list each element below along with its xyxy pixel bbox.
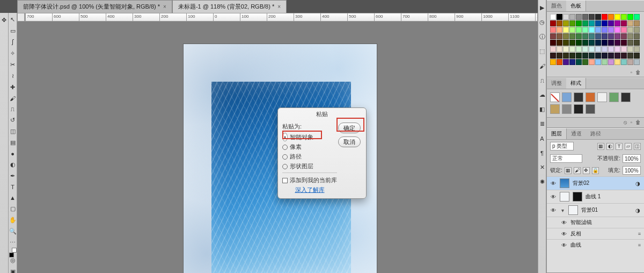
clone-src-icon[interactable]: ⎍ (539, 77, 546, 84)
play-icon[interactable]: ▶ (539, 4, 546, 11)
swatch[interactable] (582, 33, 588, 39)
swatch[interactable] (608, 14, 614, 20)
filter-indicator-icon[interactable]: ◑ (634, 181, 641, 186)
swatch[interactable] (589, 40, 595, 46)
swatch[interactable] (589, 20, 595, 26)
tab-document-0[interactable]: 箭降字体设计.psd @ 100% (矢量智能对象, RGB/8) * × (17, 0, 172, 13)
swatch[interactable] (550, 59, 556, 65)
more-icon[interactable]: ⋯ (9, 239, 17, 246)
swatch[interactable] (634, 14, 640, 20)
brush-tool-icon[interactable]: 🖌 (9, 95, 17, 102)
swatch[interactable] (589, 14, 595, 20)
option-smart-object[interactable]: 智能对象 (282, 133, 337, 141)
style-preset[interactable] (562, 104, 572, 114)
path-select-icon[interactable]: ▲ (9, 195, 17, 201)
swatch[interactable] (563, 46, 569, 52)
style-preset[interactable] (574, 92, 583, 102)
swatch[interactable] (557, 40, 562, 46)
trash-icon[interactable]: 🗑 (635, 69, 641, 75)
swatch[interactable] (602, 59, 608, 65)
swatch[interactable] (595, 20, 601, 26)
swatch[interactable] (614, 46, 620, 52)
visibility-icon[interactable]: 👁 (561, 231, 567, 237)
visibility-icon[interactable]: 👁 (561, 220, 567, 226)
swatch[interactable] (569, 33, 575, 39)
marquee-tool-icon[interactable]: ▭ (9, 27, 17, 34)
history-brush-icon[interactable]: ↺ (9, 117, 17, 124)
hand-tool-icon[interactable]: ✋ (9, 217, 17, 224)
swatch[interactable] (621, 59, 627, 65)
opacity-input[interactable]: 100% (623, 154, 641, 163)
swatch[interactable] (582, 53, 588, 59)
swatch[interactable] (595, 33, 601, 39)
layer-thumb[interactable] (568, 205, 578, 215)
tab-styles[interactable]: 样式 (566, 78, 586, 89)
info-icon[interactable]: ⓘ (539, 33, 546, 40)
swatch[interactable] (589, 46, 595, 52)
layer-row[interactable]: 👁▾背景01◑ (547, 203, 644, 217)
swatch[interactable] (557, 27, 562, 33)
lock-trans-icon[interactable]: ▦ (565, 167, 572, 174)
char-panel-icon[interactable]: A (539, 135, 546, 142)
swatch[interactable] (557, 20, 562, 26)
properties-icon[interactable]: ⬚ (539, 48, 546, 55)
swatch[interactable] (634, 59, 640, 65)
ok-button[interactable]: 确定 (338, 123, 361, 133)
fill-input[interactable]: 100% (623, 166, 641, 175)
heal-tool-icon[interactable]: ✚ (9, 84, 17, 91)
pen-tool-icon[interactable]: ✒ (9, 173, 17, 179)
wand-tool-icon[interactable]: ✧ (9, 50, 17, 57)
swatch[interactable] (602, 46, 608, 52)
stamp-tool-icon[interactable]: ⎍ (9, 106, 17, 112)
swatch[interactable] (569, 40, 575, 46)
swatch[interactable] (582, 59, 588, 65)
swatch[interactable] (602, 20, 608, 26)
style-preset[interactable] (550, 92, 560, 102)
layer-row[interactable]: 👁背景02◑ (547, 176, 644, 190)
style-preset[interactable] (586, 92, 595, 102)
close-icon[interactable]: × (163, 4, 166, 10)
history-icon[interactable]: ◷ (539, 19, 546, 26)
swatch[interactable] (569, 14, 575, 20)
swatch[interactable] (557, 53, 562, 59)
layer-thumb[interactable] (560, 178, 569, 188)
learn-more-link[interactable]: 深入了解库 (295, 186, 325, 193)
tab-layers[interactable]: 图层 (547, 128, 567, 139)
filter-type-icon[interactable]: T (616, 143, 623, 150)
swatch[interactable] (614, 40, 620, 46)
swatch[interactable] (627, 20, 633, 26)
swatch[interactable] (634, 20, 640, 26)
swatch[interactable] (589, 27, 595, 33)
ruler-origin[interactable] (17, 13, 25, 21)
blur-tool-icon[interactable]: ● (9, 150, 17, 157)
tab-adjust[interactable]: 调整 (547, 78, 566, 89)
swatch[interactable] (582, 20, 588, 26)
swatch[interactable] (627, 46, 633, 52)
cube-icon[interactable]: ◧ (539, 106, 546, 113)
tab-document-1[interactable]: 未标题-1 @ 118% (背景02, RGB/8) * × (172, 0, 287, 13)
swatch[interactable] (557, 59, 562, 65)
style-preset[interactable] (621, 92, 631, 102)
swatch[interactable] (582, 46, 588, 52)
swatch[interactable] (608, 40, 614, 46)
ruler-horizontal[interactable]: 7006005004003002001000100200300400500600… (25, 13, 538, 21)
swatch[interactable] (602, 33, 608, 39)
swatch[interactable] (576, 20, 582, 26)
swatch[interactable] (563, 27, 569, 33)
swatch[interactable] (595, 59, 601, 65)
layer-row[interactable]: 👁曲线≡ (547, 239, 644, 250)
add-to-library[interactable]: 添加到我的当前库 (282, 176, 337, 184)
measure-icon[interactable]: ✕ (539, 164, 546, 171)
brush-preset-icon[interactable]: 🖌 (539, 62, 546, 69)
timeline-icon[interactable]: ✺ (539, 178, 546, 185)
lock-paint-icon[interactable]: 🖌 (574, 167, 581, 174)
background-color[interactable] (12, 248, 17, 253)
swatch[interactable] (550, 40, 556, 46)
swatch[interactable] (621, 46, 627, 52)
option-shape-layer[interactable]: 形状图层 (282, 162, 337, 170)
swatch[interactable] (589, 33, 595, 39)
swatch[interactable] (550, 53, 556, 59)
library-icon[interactable]: ☁ (539, 91, 546, 98)
visibility-icon[interactable]: 👁 (550, 194, 557, 200)
foreground-color[interactable] (9, 253, 14, 257)
